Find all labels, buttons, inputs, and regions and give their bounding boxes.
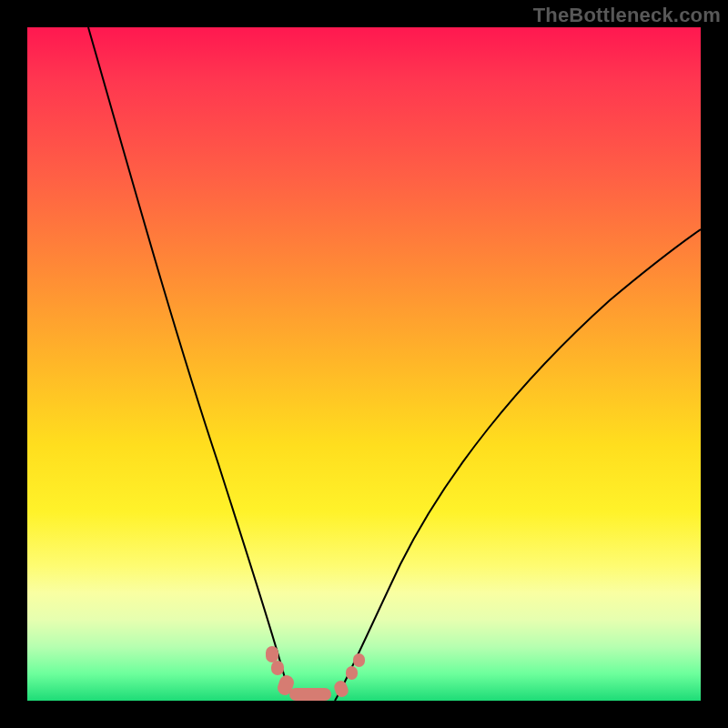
left-curve [88, 27, 298, 701]
curve-layer [27, 27, 701, 701]
marker-dot [353, 653, 365, 667]
right-curve [335, 229, 701, 701]
chart-frame: TheBottleneck.com [0, 0, 728, 728]
marker-dot [271, 661, 284, 675]
plot-area [27, 27, 701, 701]
watermark-text: TheBottleneck.com [533, 4, 721, 27]
marker-bar [289, 688, 331, 701]
marker-dot [346, 666, 358, 680]
